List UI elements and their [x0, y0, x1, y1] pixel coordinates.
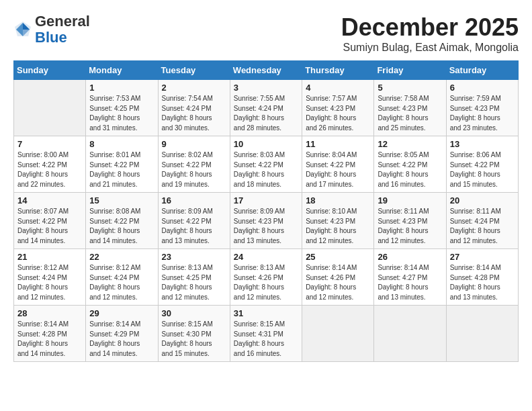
day-number: 18 [306, 195, 370, 205]
day-number: 10 [234, 139, 298, 149]
location-subtitle: Sumiyn Bulag, East Aimak, Mongolia [341, 42, 519, 54]
calendar-cell: 11Sunrise: 8:04 AM Sunset: 4:22 PM Dayli… [302, 136, 374, 193]
calendar-cell: 3Sunrise: 7:55 AM Sunset: 4:24 PM Daylig… [230, 80, 302, 136]
calendar-week-row: 1Sunrise: 7:53 AM Sunset: 4:25 PM Daylig… [14, 80, 519, 136]
calendar-cell: 31Sunrise: 8:15 AM Sunset: 4:31 PM Dayli… [230, 306, 302, 362]
day-number: 31 [234, 308, 298, 318]
calendar-cell: 12Sunrise: 8:05 AM Sunset: 4:22 PM Dayli… [374, 136, 446, 193]
calendar-cell [302, 306, 374, 362]
day-info: Sunrise: 7:57 AM Sunset: 4:23 PM Dayligh… [306, 94, 370, 133]
day-info: Sunrise: 8:13 AM Sunset: 4:25 PM Dayligh… [162, 263, 226, 302]
calendar-cell: 24Sunrise: 8:13 AM Sunset: 4:26 PM Dayli… [230, 249, 302, 306]
day-info: Sunrise: 8:11 AM Sunset: 4:24 PM Dayligh… [450, 207, 515, 246]
logo-blue-text: Blue [35, 29, 67, 46]
day-info: Sunrise: 7:54 AM Sunset: 4:24 PM Dayligh… [162, 94, 226, 133]
day-info: Sunrise: 8:00 AM Sunset: 4:22 PM Dayligh… [17, 150, 82, 189]
day-number: 29 [89, 308, 154, 318]
day-info: Sunrise: 8:12 AM Sunset: 4:24 PM Dayligh… [17, 263, 82, 302]
day-number: 17 [234, 195, 298, 205]
calendar-cell: 19Sunrise: 8:11 AM Sunset: 4:23 PM Dayli… [374, 193, 446, 249]
calendar-cell: 16Sunrise: 8:09 AM Sunset: 4:22 PM Dayli… [158, 193, 230, 249]
calendar-cell: 23Sunrise: 8:13 AM Sunset: 4:25 PM Dayli… [158, 249, 230, 306]
day-number: 2 [162, 83, 226, 93]
calendar-cell: 1Sunrise: 7:53 AM Sunset: 4:25 PM Daylig… [86, 80, 158, 136]
day-info: Sunrise: 7:53 AM Sunset: 4:25 PM Dayligh… [89, 94, 154, 133]
calendar-cell: 18Sunrise: 8:10 AM Sunset: 4:23 PM Dayli… [302, 193, 374, 249]
day-number: 11 [306, 139, 370, 149]
day-info: Sunrise: 8:05 AM Sunset: 4:22 PM Dayligh… [378, 150, 442, 189]
calendar-cell: 13Sunrise: 8:06 AM Sunset: 4:22 PM Dayli… [446, 136, 518, 193]
day-info: Sunrise: 8:09 AM Sunset: 4:22 PM Dayligh… [162, 207, 226, 246]
calendar-cell: 15Sunrise: 8:08 AM Sunset: 4:22 PM Dayli… [86, 193, 158, 249]
day-number: 23 [162, 252, 226, 262]
day-info: Sunrise: 8:01 AM Sunset: 4:22 PM Dayligh… [89, 150, 154, 189]
calendar-cell [14, 80, 86, 136]
day-number: 13 [450, 139, 515, 149]
calendar-cell: 2Sunrise: 7:54 AM Sunset: 4:24 PM Daylig… [158, 80, 230, 136]
logo: General Blue [13, 13, 90, 46]
day-number: 6 [450, 83, 515, 93]
calendar-cell: 25Sunrise: 8:14 AM Sunset: 4:26 PM Dayli… [302, 249, 374, 306]
title-block: December 2025 Sumiyn Bulag, East Aimak, … [341, 13, 519, 54]
calendar-week-row: 7Sunrise: 8:00 AM Sunset: 4:22 PM Daylig… [14, 136, 519, 193]
calendar-cell: 22Sunrise: 8:12 AM Sunset: 4:24 PM Dayli… [86, 249, 158, 306]
day-info: Sunrise: 7:59 AM Sunset: 4:23 PM Dayligh… [450, 94, 515, 133]
day-number: 25 [306, 252, 370, 262]
calendar-cell: 5Sunrise: 7:58 AM Sunset: 4:23 PM Daylig… [374, 80, 446, 136]
calendar-cell: 29Sunrise: 8:14 AM Sunset: 4:29 PM Dayli… [86, 306, 158, 362]
weekday-header-tuesday: Tuesday [158, 61, 230, 80]
calendar-table: SundayMondayTuesdayWednesdayThursdayFrid… [13, 60, 519, 362]
day-number: 30 [162, 308, 226, 318]
day-number: 1 [89, 83, 154, 93]
day-info: Sunrise: 8:04 AM Sunset: 4:22 PM Dayligh… [306, 150, 370, 189]
day-info: Sunrise: 8:15 AM Sunset: 4:31 PM Dayligh… [234, 320, 298, 359]
day-info: Sunrise: 8:14 AM Sunset: 4:28 PM Dayligh… [450, 263, 515, 302]
calendar-week-row: 21Sunrise: 8:12 AM Sunset: 4:24 PM Dayli… [14, 249, 519, 306]
weekday-header-monday: Monday [86, 61, 158, 80]
day-number: 26 [378, 252, 442, 262]
day-info: Sunrise: 8:03 AM Sunset: 4:22 PM Dayligh… [234, 150, 298, 189]
day-number: 27 [450, 252, 515, 262]
day-number: 22 [89, 252, 154, 262]
calendar-cell [446, 306, 518, 362]
calendar-cell: 10Sunrise: 8:03 AM Sunset: 4:22 PM Dayli… [230, 136, 302, 193]
day-info: Sunrise: 8:10 AM Sunset: 4:23 PM Dayligh… [306, 207, 370, 246]
weekday-header-saturday: Saturday [446, 61, 518, 80]
day-info: Sunrise: 7:58 AM Sunset: 4:23 PM Dayligh… [378, 94, 442, 133]
calendar-cell: 30Sunrise: 8:15 AM Sunset: 4:30 PM Dayli… [158, 306, 230, 362]
page-header: General Blue December 2025 Sumiyn Bulag,… [13, 13, 519, 54]
logo-general-text: General [35, 13, 90, 30]
day-number: 15 [89, 195, 154, 205]
calendar-cell: 6Sunrise: 7:59 AM Sunset: 4:23 PM Daylig… [446, 80, 518, 136]
calendar-cell: 26Sunrise: 8:14 AM Sunset: 4:27 PM Dayli… [374, 249, 446, 306]
day-info: Sunrise: 8:14 AM Sunset: 4:29 PM Dayligh… [89, 320, 154, 359]
day-info: Sunrise: 7:55 AM Sunset: 4:24 PM Dayligh… [234, 94, 298, 133]
calendar-cell: 20Sunrise: 8:11 AM Sunset: 4:24 PM Dayli… [446, 193, 518, 249]
logo-icon [13, 20, 32, 39]
calendar-cell: 14Sunrise: 8:07 AM Sunset: 4:22 PM Dayli… [14, 193, 86, 249]
weekday-header-thursday: Thursday [302, 61, 374, 80]
day-number: 4 [306, 83, 370, 93]
day-info: Sunrise: 8:06 AM Sunset: 4:22 PM Dayligh… [450, 150, 515, 189]
day-number: 9 [162, 139, 226, 149]
weekday-header-friday: Friday [374, 61, 446, 80]
calendar-cell: 4Sunrise: 7:57 AM Sunset: 4:23 PM Daylig… [302, 80, 374, 136]
calendar-cell [374, 306, 446, 362]
day-info: Sunrise: 8:14 AM Sunset: 4:27 PM Dayligh… [378, 263, 442, 302]
calendar-cell: 9Sunrise: 8:02 AM Sunset: 4:22 PM Daylig… [158, 136, 230, 193]
day-number: 7 [17, 139, 82, 149]
day-number: 28 [17, 308, 82, 318]
day-number: 19 [378, 195, 442, 205]
month-title: December 2025 [341, 13, 519, 42]
day-info: Sunrise: 8:12 AM Sunset: 4:24 PM Dayligh… [89, 263, 154, 302]
day-info: Sunrise: 8:11 AM Sunset: 4:23 PM Dayligh… [378, 207, 442, 246]
calendar-header-row: SundayMondayTuesdayWednesdayThursdayFrid… [14, 61, 519, 80]
day-info: Sunrise: 8:14 AM Sunset: 4:26 PM Dayligh… [306, 263, 370, 302]
day-info: Sunrise: 8:08 AM Sunset: 4:22 PM Dayligh… [89, 207, 154, 246]
calendar-cell: 27Sunrise: 8:14 AM Sunset: 4:28 PM Dayli… [446, 249, 518, 306]
day-number: 3 [234, 83, 298, 93]
calendar-cell: 28Sunrise: 8:14 AM Sunset: 4:28 PM Dayli… [14, 306, 86, 362]
day-info: Sunrise: 8:09 AM Sunset: 4:23 PM Dayligh… [234, 207, 298, 246]
day-info: Sunrise: 8:07 AM Sunset: 4:22 PM Dayligh… [17, 207, 82, 246]
day-number: 24 [234, 252, 298, 262]
